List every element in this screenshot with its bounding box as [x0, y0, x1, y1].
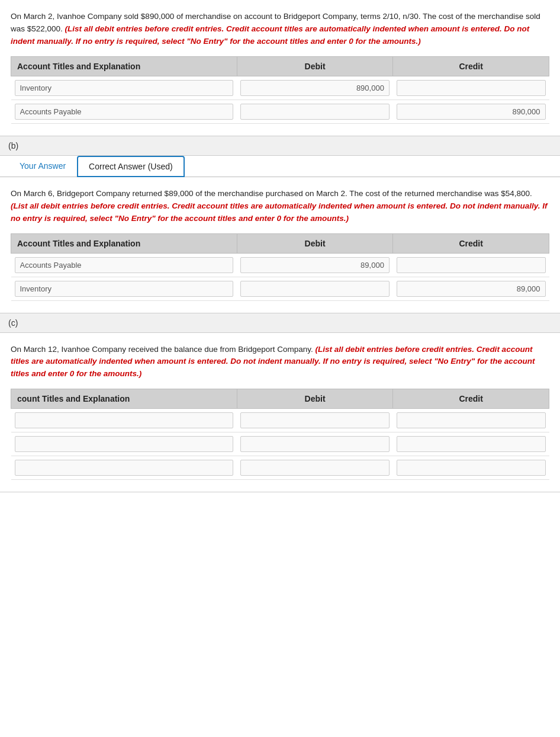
section-a-table: Account Titles and Explanation Debit Cre…	[11, 56, 549, 124]
section-b-label: (b)	[8, 141, 18, 150]
b-instructions-text: On March 6, Bridgeport Company returned …	[11, 189, 532, 198]
c-instructions-text: On March 12, Ivanhoe Company received th…	[11, 345, 313, 354]
row2-debit-input-a[interactable]	[240, 104, 390, 120]
row2-debit-input-c[interactable]	[240, 436, 390, 452]
table-row	[11, 277, 549, 300]
header-credit-c: Credit	[393, 389, 549, 409]
section-c-instructions: On March 12, Ivanhoe Company received th…	[11, 344, 549, 381]
row2-debit-cell-b	[237, 277, 393, 300]
section-c-label: (c)	[8, 318, 18, 328]
row2-account-input-b[interactable]	[15, 281, 234, 297]
row1-account-input-a[interactable]	[15, 80, 234, 96]
row1-debit-cell-a	[237, 76, 393, 100]
header-debit-b: Debit	[237, 233, 393, 253]
section-c: On March 12, Ivanhoe Company received th…	[0, 333, 560, 493]
row2-debit-cell-c	[237, 432, 393, 456]
a-instructions-italic: (List all debit entries before credit en…	[11, 24, 529, 46]
section-b-table: Account Titles and Explanation Debit Cre…	[11, 233, 549, 301]
row1-credit-input-b[interactable]	[397, 257, 546, 273]
row3-account-input-c[interactable]	[15, 460, 234, 476]
row1-credit-cell-b	[393, 253, 549, 277]
table-row	[11, 253, 549, 277]
row3-account-cell-c	[11, 456, 237, 480]
header-debit-a: Debit	[237, 56, 393, 76]
header-account-a: Account Titles and Explanation	[11, 56, 237, 76]
section-b: On March 6, Bridgeport Company returned …	[0, 177, 560, 313]
row2-account-input-c[interactable]	[15, 436, 234, 452]
row2-account-cell-b	[11, 277, 237, 300]
table-row	[11, 456, 549, 480]
row1-debit-cell-b	[237, 253, 393, 277]
header-credit-a: Credit	[393, 56, 549, 76]
row2-debit-cell-a	[237, 100, 393, 123]
row2-credit-cell-b	[393, 277, 549, 300]
row1-debit-cell-c	[237, 409, 393, 432]
row2-debit-input-b[interactable]	[240, 281, 390, 297]
table-row	[11, 100, 549, 123]
row1-debit-input-b[interactable]	[240, 257, 390, 273]
row2-credit-input-b[interactable]	[397, 281, 546, 297]
row3-credit-input-c[interactable]	[397, 460, 546, 476]
row3-debit-cell-c	[237, 456, 393, 480]
header-debit-c: Debit	[237, 389, 393, 409]
section-c-table: count Titles and Explanation Debit Credi…	[11, 389, 549, 480]
section-c-label-bar: (c)	[0, 313, 560, 333]
row2-credit-input-a[interactable]	[397, 104, 546, 120]
row1-account-input-c[interactable]	[15, 412, 234, 428]
row3-credit-cell-c	[393, 456, 549, 480]
row1-credit-input-c[interactable]	[397, 412, 546, 428]
section-b-tabs: Your Answer Correct Answer (Used)	[0, 156, 560, 177]
row2-credit-cell-c	[393, 432, 549, 456]
table-row	[11, 76, 549, 100]
row2-credit-cell-a	[393, 100, 549, 123]
section-a-instructions: On March 2, Ivanhoe Company sold $890,00…	[11, 11, 549, 48]
tab-your-answer[interactable]: Your Answer	[8, 156, 77, 177]
row2-account-input-a[interactable]	[15, 104, 234, 120]
section-b-label-bar: (b)	[0, 136, 560, 156]
section-a: On March 2, Ivanhoe Company sold $890,00…	[0, 0, 560, 136]
table-row	[11, 432, 549, 456]
table-row	[11, 409, 549, 432]
row2-credit-input-c[interactable]	[397, 436, 546, 452]
tab-correct-answer[interactable]: Correct Answer (Used)	[77, 156, 185, 177]
row1-account-cell-b	[11, 253, 237, 277]
row2-account-cell-a	[11, 100, 237, 123]
row1-debit-input-a[interactable]	[240, 80, 390, 96]
row1-account-cell-a	[11, 76, 237, 100]
row3-debit-input-c[interactable]	[240, 460, 390, 476]
b-instructions-italic: (List all debit entries before credit en…	[11, 201, 547, 223]
row1-credit-cell-c	[393, 409, 549, 432]
row1-account-cell-c	[11, 409, 237, 432]
row1-credit-input-a[interactable]	[397, 80, 546, 96]
header-account-b: Account Titles and Explanation	[11, 233, 237, 253]
row2-account-cell-c	[11, 432, 237, 456]
header-account-partial-c: count Titles and Explanation	[17, 394, 130, 403]
section-b-instructions: On March 6, Bridgeport Company returned …	[11, 188, 549, 225]
row1-debit-input-c[interactable]	[240, 412, 390, 428]
header-account-c: count Titles and Explanation	[11, 389, 237, 409]
row1-credit-cell-a	[393, 76, 549, 100]
header-credit-b: Credit	[393, 233, 549, 253]
row1-account-input-b[interactable]	[15, 257, 234, 273]
